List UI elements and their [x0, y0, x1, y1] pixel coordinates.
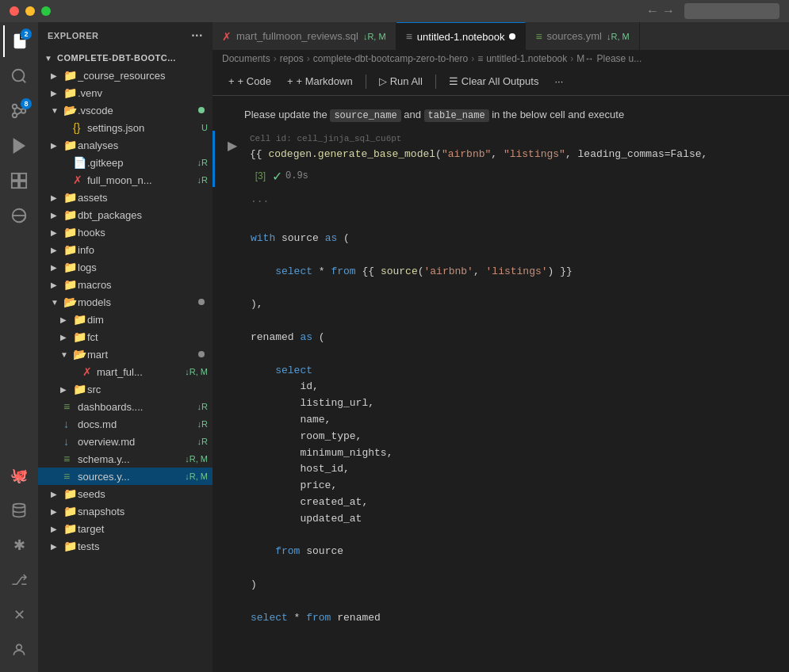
- item-badges: ↓R: [197, 175, 213, 185]
- activity-dbt[interactable]: ✱: [3, 529, 35, 561]
- sidebar-item-full-moon[interactable]: ✗ full_moon_n... ↓R: [38, 171, 213, 189]
- sidebar-item-src[interactable]: ▶ 📁 src: [38, 380, 213, 398]
- item-label: sources.y...: [78, 471, 185, 483]
- sidebar: EXPLORER ··· ▼ COMPLETE-DBT-BOOTC... ▶ 📁…: [38, 22, 213, 672]
- breadcrumb-part[interactable]: untitled-1.notebook: [486, 53, 567, 64]
- breadcrumb-part[interactable]: repos: [280, 53, 304, 64]
- sidebar-more-icon[interactable]: ···: [191, 29, 203, 43]
- sidebar-item-dashboards[interactable]: ≡ dashboards.... ↓R: [38, 398, 213, 415]
- sidebar-item-analyses[interactable]: ▶ 📁 analyses: [38, 136, 213, 154]
- activity-search[interactable]: [3, 60, 35, 92]
- sidebar-item-info[interactable]: ▶ 📁 info: [38, 241, 213, 258]
- sidebar-item-venv[interactable]: ▶ 📁 .venv: [38, 84, 213, 101]
- activity-run[interactable]: [3, 130, 35, 162]
- info-text-before: Please update the: [244, 109, 330, 120]
- svg-point-2: [13, 105, 17, 109]
- sidebar-item-target[interactable]: ▶ 📁 target: [38, 520, 213, 537]
- sidebar-item-hooks[interactable]: ▶ 📁 hooks: [38, 223, 213, 241]
- folder-icon: 📁: [73, 383, 87, 395]
- svg-point-16: [17, 644, 22, 650]
- sidebar-item-sources-yml[interactable]: ≡ sources.y... ↓R, M: [38, 468, 213, 485]
- activity-files[interactable]: 2: [3, 25, 35, 57]
- run-all-button[interactable]: ▷ Run All: [373, 72, 429, 90]
- breadcrumb-part[interactable]: Documents: [222, 53, 270, 64]
- yaml-icon: ≡: [63, 400, 78, 413]
- item-label: _course_resources: [78, 70, 213, 82]
- chevron-icon: ▶: [51, 228, 63, 237]
- folder-icon: 📁: [63, 69, 78, 82]
- more-actions-button[interactable]: ···: [548, 72, 569, 90]
- tab-label: sources.yml: [547, 30, 602, 42]
- activity-git-lens[interactable]: ⎇: [3, 564, 35, 596]
- tab-mart-sql[interactable]: ✗ mart_fullmoon_reviews.sql ↓R, M: [213, 22, 396, 50]
- svg-marker-8: [14, 139, 25, 153]
- sql-line: [251, 247, 776, 264]
- sidebar-item-mart[interactable]: ▼ 📂 mart: [38, 346, 213, 363]
- sql-line: minimum_nights,: [251, 445, 776, 462]
- tree-root[interactable]: ▼ COMPLETE-DBT-BOOTC...: [38, 49, 213, 67]
- sidebar-item-docs-md[interactable]: ↓ docs.md ↓R: [38, 415, 213, 433]
- sidebar-item-assets[interactable]: ▶ 📁 assets: [38, 189, 213, 206]
- run-all-label: Run All: [390, 75, 423, 87]
- sidebar-item-seeds[interactable]: ▶ 📁 seeds: [38, 485, 213, 502]
- forward-arrow[interactable]: →: [662, 3, 675, 19]
- sidebar-item-logs[interactable]: ▶ 📁 logs: [38, 258, 213, 276]
- folder-icon: 📁: [63, 86, 78, 99]
- sidebar-item-vscode[interactable]: ▼ 📂 .vscode: [38, 101, 213, 119]
- activity-account[interactable]: [3, 634, 35, 666]
- sidebar-item-fct[interactable]: ▶ 📁 fct: [38, 328, 213, 346]
- folder-icon: 📁: [63, 487, 78, 500]
- sidebar-item-macros[interactable]: ▶ 📁 macros: [38, 276, 213, 293]
- toolbar-separator: [366, 74, 366, 89]
- clear-outputs-button[interactable]: ☰ Clear All Outputs: [442, 72, 546, 90]
- activity-database[interactable]: [3, 494, 35, 526]
- add-code-label: + Code: [238, 75, 271, 87]
- sidebar-item-tests[interactable]: ▶ 📁 tests: [38, 537, 213, 555]
- breadcrumb-sep: ›: [274, 53, 277, 64]
- sidebar-item-models[interactable]: ▼ 📂 models: [38, 293, 213, 311]
- sidebar-item-snapshots[interactable]: ▶ 📁 snapshots: [38, 502, 213, 520]
- folder-icon: 📁: [63, 505, 78, 517]
- cell-code[interactable]: {{ codegen.generate_base_model("airbnb",…: [250, 147, 783, 162]
- sidebar-item-schema-yml[interactable]: ≡ schema.y... ↓R, M: [38, 450, 213, 468]
- back-arrow[interactable]: ←: [646, 3, 659, 19]
- add-markdown-button[interactable]: + + Markdown: [281, 72, 359, 90]
- sql-line: price,: [251, 478, 776, 494]
- activity-x[interactable]: ✕: [3, 599, 35, 631]
- breadcrumb-part[interactable]: M↔ Please u...: [576, 53, 642, 64]
- item-label: analyses: [78, 139, 213, 151]
- activity-extensions[interactable]: [3, 165, 35, 197]
- activity-github[interactable]: 🐙: [3, 460, 35, 491]
- item-label: snapshots: [78, 506, 213, 517]
- info-suffix: in the below cell and execute: [492, 109, 624, 120]
- activity-remote[interactable]: [3, 200, 35, 231]
- sidebar-item-overview-md[interactable]: ↓ overview.md ↓R: [38, 433, 213, 450]
- notebook-content[interactable]: Please update the source_name and table_…: [213, 96, 789, 672]
- sidebar-item-mart-full[interactable]: ✗ mart_ful... ↓R, M: [38, 363, 213, 380]
- sidebar-item-settings-json[interactable]: {} settings.json U: [38, 119, 213, 136]
- folder-icon: 📁: [63, 139, 78, 151]
- svg-line-7: [17, 112, 21, 114]
- minimize-button[interactable]: [25, 6, 35, 16]
- breadcrumb-sep: ›: [307, 53, 310, 64]
- cell-run-button[interactable]: ▶: [221, 134, 243, 156]
- sidebar-item-gitkeep[interactable]: 📄 .gitkeep ↓R: [38, 154, 213, 171]
- sql-line: [251, 313, 776, 330]
- cell-output-ellipsis: ...: [213, 190, 789, 208]
- tab-notebook[interactable]: ≡ untitled-1.notebook: [396, 22, 527, 50]
- title-search[interactable]: [684, 3, 779, 19]
- breadcrumb-part[interactable]: complete-dbt-bootcamp-zero-to-hero: [313, 53, 468, 64]
- activity-source-control[interactable]: 8: [3, 95, 35, 127]
- folder-icon: 📁: [63, 261, 78, 273]
- maximize-button[interactable]: [41, 6, 51, 16]
- add-code-button[interactable]: + + Code: [222, 72, 278, 90]
- folder-icon: 📁: [63, 208, 78, 221]
- chevron-icon: ▶: [51, 89, 63, 97]
- more-icon: ···: [554, 75, 563, 87]
- sidebar-item-course-resources[interactable]: ▶ 📁 _course_resources: [38, 67, 213, 84]
- sidebar-item-dbt-packages[interactable]: ▶ 📁 dbt_packages: [38, 206, 213, 223]
- sidebar-item-dim[interactable]: ▶ 📁 dim: [38, 311, 213, 328]
- tab-sources-yml[interactable]: ≡ sources.yml ↓R, M: [526, 22, 639, 50]
- close-button[interactable]: [10, 6, 19, 16]
- sidebar-content[interactable]: ▼ COMPLETE-DBT-BOOTC... ▶ 📁 _course_reso…: [38, 49, 213, 672]
